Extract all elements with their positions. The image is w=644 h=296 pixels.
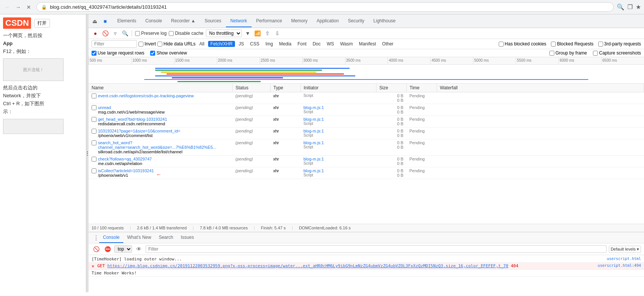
- filter-media-button[interactable]: Media: [277, 41, 294, 47]
- col-header-time[interactable]: Time: [406, 84, 437, 92]
- search-button[interactable]: 🔍: [617, 3, 624, 11]
- preserve-log-label[interactable]: Preserve log: [135, 31, 166, 36]
- row-checkbox[interactable]: [92, 129, 96, 134]
- console-source-1[interactable]: userscript.html: [607, 257, 641, 261]
- tab-recorder[interactable]: Recorder ▲: [166, 15, 200, 27]
- open-button[interactable]: 打开: [34, 19, 50, 28]
- error-url[interactable]: https://img-blog.csdnimg.cn/201911220035…: [107, 263, 509, 268]
- export-icon[interactable]: ⇩: [274, 30, 281, 37]
- reload-button[interactable]: ✕: [24, 3, 33, 12]
- wifi-icon[interactable]: 📶: [254, 30, 261, 37]
- col-header-status[interactable]: Status: [232, 84, 270, 92]
- throttle-select[interactable]: No throttling: [206, 30, 242, 37]
- tab-network[interactable]: Network: [226, 15, 252, 27]
- disable-cache-label[interactable]: Disable cache: [169, 31, 203, 36]
- col-header-type[interactable]: Type: [270, 84, 300, 92]
- bookmark-button[interactable]: ❐: [627, 3, 633, 11]
- third-party-checkbox[interactable]: [598, 42, 603, 47]
- table-row[interactable]: get_head_word?bid=blog-103193241 redisda…: [89, 116, 644, 128]
- device-toggle-icon[interactable]: ⏏: [90, 17, 99, 26]
- stop-button[interactable]: 🚫: [101, 30, 109, 37]
- show-overview-label[interactable]: Show overview: [150, 50, 187, 56]
- default-levels-button[interactable]: Default levels ▾: [609, 246, 641, 253]
- filter-css-button[interactable]: CSS: [248, 41, 262, 47]
- console-filter-input[interactable]: [146, 245, 607, 253]
- initiator-link[interactable]: blog-m.js:1: [303, 105, 373, 110]
- row-checkbox[interactable]: [92, 140, 96, 145]
- console-stop-button[interactable]: ⛔: [103, 245, 112, 254]
- console-tab-search[interactable]: Search: [155, 232, 177, 243]
- table-row[interactable]: event.csdn.net/logstores/csdn-pc-trackin…: [89, 92, 644, 104]
- tab-security[interactable]: Security: [343, 15, 369, 27]
- row-checkbox[interactable]: [92, 105, 96, 110]
- tab-lighthouse[interactable]: Lighthouse: [369, 15, 400, 27]
- preserve-log-checkbox[interactable]: [135, 31, 140, 36]
- table-row[interactable]: unread msg.csdn.net/v1/web/message/view …: [89, 104, 644, 116]
- console-tab-console[interactable]: Console: [99, 232, 123, 243]
- tab-elements[interactable]: Elements: [113, 15, 141, 27]
- initiator-link[interactable]: blog-m.js:1: [303, 140, 373, 145]
- console-tab-issues[interactable]: Issues: [177, 232, 198, 243]
- console-eye-button[interactable]: 👁: [134, 245, 143, 254]
- capture-screenshots-label[interactable]: Capture screenshots: [593, 50, 641, 56]
- filter-img-button[interactable]: Img: [263, 41, 275, 47]
- throttle-dropdown-icon[interactable]: ▼: [244, 30, 252, 37]
- initiator-link[interactable]: blog-m.js:1: [303, 157, 373, 161]
- initiator-link[interactable]: blog-m.js:1: [303, 129, 373, 133]
- row-checkbox[interactable]: [92, 117, 96, 122]
- filter-fetch-xhr-button[interactable]: Fetch/XHR: [208, 41, 235, 47]
- back-button[interactable]: ←: [3, 3, 12, 12]
- console-options-icon[interactable]: ⋮: [93, 234, 99, 241]
- table-row[interactable]: isCollect?articleId=103193241 /phoenix/w…: [89, 167, 644, 179]
- use-large-rows-label[interactable]: Use large request rows: [92, 50, 144, 56]
- tab-sources[interactable]: Sources: [200, 15, 226, 27]
- row-checkbox[interactable]: [92, 168, 96, 173]
- tab-performance[interactable]: Performance: [252, 15, 287, 27]
- search-network-button[interactable]: 🔍: [121, 30, 129, 37]
- filter-doc-button[interactable]: Doc: [310, 41, 323, 47]
- invert-label[interactable]: Invert: [138, 41, 156, 47]
- tab-console[interactable]: Console: [141, 15, 166, 27]
- blocked-requests-label[interactable]: Blocked Requests: [551, 41, 594, 47]
- console-source-2[interactable]: userscript.html:494: [598, 263, 641, 268]
- col-header-size[interactable]: Size: [376, 84, 406, 92]
- col-header-initiator[interactable]: Initiator: [300, 84, 376, 92]
- hide-data-urls-label[interactable]: Hide data URLs: [157, 41, 196, 47]
- show-overview-checkbox[interactable]: [150, 51, 155, 56]
- third-party-label[interactable]: 3rd-party requests: [598, 41, 641, 47]
- use-large-rows-checkbox[interactable]: [92, 51, 96, 56]
- col-header-name[interactable]: Name: [89, 84, 232, 92]
- table-row[interactable]: search_hot_word?channel_name=search_hot_…: [89, 139, 644, 156]
- tab-application[interactable]: Application: [312, 15, 344, 27]
- forward-button[interactable]: →: [14, 3, 23, 12]
- group-by-frame-label[interactable]: Group by frame: [549, 50, 587, 56]
- tab-memory[interactable]: Memory: [286, 15, 312, 27]
- table-row[interactable]: 103193241?page=1&size=10&comment_id= /ph…: [89, 128, 644, 139]
- console-clear-button[interactable]: 🚫: [92, 245, 101, 254]
- inspect-icon[interactable]: ■: [101, 17, 110, 26]
- capture-screenshots-checkbox[interactable]: [593, 51, 598, 56]
- filter-manifest-button[interactable]: Manifest: [356, 41, 378, 47]
- console-context-select[interactable]: top: [114, 245, 132, 253]
- hide-data-urls-checkbox[interactable]: [157, 42, 162, 47]
- filter-all-button[interactable]: All: [197, 41, 207, 47]
- record-button[interactable]: ●: [92, 30, 99, 37]
- filter-font-button[interactable]: Font: [295, 41, 309, 47]
- invert-checkbox[interactable]: [138, 42, 143, 47]
- address-bar[interactable]: 🔒 blog.csdn.net/qq_43029747/article/deta…: [36, 2, 614, 12]
- filter-wasm-button[interactable]: Wasm: [338, 41, 355, 47]
- has-blocked-cookies-checkbox[interactable]: [499, 42, 504, 47]
- row-checkbox[interactable]: [92, 93, 96, 98]
- initiator-link[interactable]: blog-m.js:1: [303, 117, 373, 122]
- table-row[interactable]: check?follows=qq_43029747 me.csdn.net/ap…: [89, 156, 644, 167]
- has-blocked-cookies-label[interactable]: Has blocked cookies: [499, 41, 546, 47]
- filter-js-button[interactable]: JS: [236, 41, 246, 47]
- star-button[interactable]: ★: [636, 3, 641, 11]
- blocked-requests-checkbox[interactable]: [551, 42, 556, 47]
- console-tab-whats-new[interactable]: What's New: [123, 232, 155, 243]
- filter-input[interactable]: [92, 40, 137, 48]
- group-by-frame-checkbox[interactable]: [549, 51, 554, 56]
- filter-icon-button[interactable]: ▿: [111, 30, 119, 37]
- col-header-waterfall[interactable]: Waterfall: [437, 84, 644, 92]
- disable-cache-checkbox[interactable]: [169, 31, 174, 36]
